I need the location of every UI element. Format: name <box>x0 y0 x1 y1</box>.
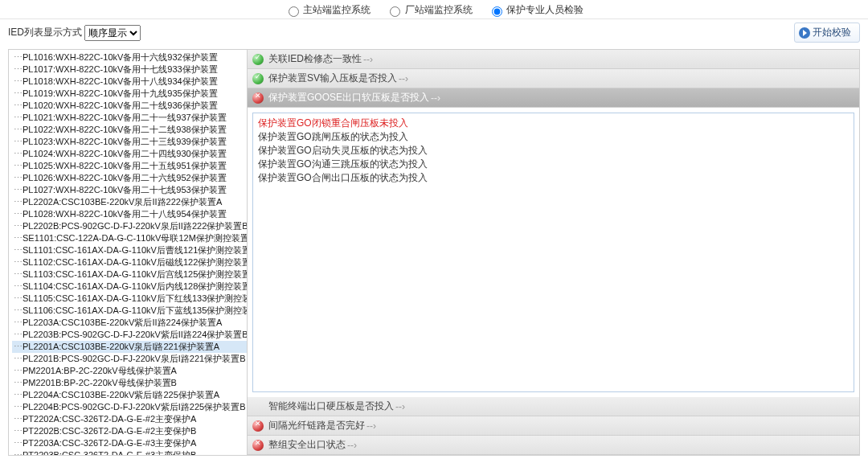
section-title: 关联IED检修态一致性 <box>268 52 362 66</box>
radio-opt1-input[interactable] <box>289 6 299 17</box>
display-mode-select[interactable]: 顺序显示 <box>84 25 141 41</box>
detail-line: 保护装置GO闭锁重合闸压板未投入 <box>258 117 849 130</box>
ied-tree-item[interactable]: SL1101:CSC-161AX-DA-G-110kV后曹线121保护测控装置 <box>12 244 247 256</box>
ied-tree-item[interactable]: PT2203A:CSC-326T2-DA-G-E-#3主变保护A <box>12 437 247 449</box>
check-ok-icon <box>252 73 264 84</box>
radio-opt2-label: 厂站端监控系统 <box>405 4 473 15</box>
ied-tree-item[interactable]: PL1019:WXH-822C-10kV备用十九线935保护装置 <box>12 88 247 100</box>
ied-tree-item[interactable]: SL1106:CSC-161AX-DA-G-110kV后下蓝线135保护测控装置 <box>12 305 247 317</box>
section-title: 保护装置GOOSE出口软压板是否投入 <box>268 91 429 104</box>
radio-opt1[interactable]: 主站端监控系统 <box>285 4 374 15</box>
ied-tree-item[interactable]: PL2203A:CSC103BE-220kV紫后II路224保护装置A <box>12 317 247 329</box>
ied-tree-item[interactable]: PT2202A:CSC-326T2-DA-G-E-#2主变保护A <box>12 413 247 425</box>
check-fail-icon <box>252 420 264 432</box>
start-verify-button[interactable]: 开始校验 <box>794 23 860 43</box>
ied-tree-item[interactable]: SL1104:CSC-161AX-DA-G-110kV后内线128保护测控装置 <box>12 281 247 293</box>
main-area: PL1016:WXH-822C-10kV备用十六线932保护装置PL1017:W… <box>8 49 860 456</box>
ied-tree-item[interactable]: PL1020:WXH-822C-10kV备用二十线936保护装置 <box>12 100 247 112</box>
expand-arrow-icon: --› <box>363 54 373 65</box>
check-fail-icon <box>252 92 264 104</box>
ied-tree-item[interactable]: PM2201A:BP-2C-220kV母线保护装置A <box>12 365 247 377</box>
ied-tree-item[interactable]: PL2203B:PCS-902GC-D-FJ-220kV紫后II路224保护装置… <box>12 329 247 341</box>
ied-tree-item[interactable]: PL1017:WXH-822C-10kV备用十七线933保护装置 <box>12 64 247 76</box>
ied-tree-item[interactable]: SL1102:CSC-161AX-DA-G-110kV后磁线122保护测控装置 <box>12 256 247 268</box>
detail-panel: 保护装置GO闭锁重合闸压板未投入保护装置GO跳闸压板的状态为投入保护装置GO启动… <box>252 113 854 392</box>
radio-opt2-input[interactable] <box>390 6 400 17</box>
ied-tree-item[interactable]: PT2202B:CSC-326T2-DA-G-E-#2主变保护B <box>12 425 247 437</box>
section-title: 智能终端出口硬压板是否投入 <box>268 399 394 413</box>
section-title: 间隔光纤链路是否完好 <box>268 419 365 432</box>
start-verify-label: 开始校验 <box>813 27 851 38</box>
detail-line: 保护装置GO跳闸压板的状态为投入 <box>258 130 849 144</box>
detail-line: 保护装置GO启动失灵压板的状态为投入 <box>258 144 849 158</box>
display-mode-label: IED列表显示方式 <box>8 26 82 39</box>
ied-tree-pane: PL1016:WXH-822C-10kV备用十六线932保护装置PL1017:W… <box>9 50 248 455</box>
section-related-ied[interactable]: 关联IED检修态一致性 --› <box>248 50 859 69</box>
section-fiber-link[interactable]: 间隔光纤链路是否完好 --› <box>248 416 859 436</box>
radio-opt3[interactable]: 保护专业人员检验 <box>488 4 583 15</box>
ied-tree-scroll[interactable]: PL1016:WXH-822C-10kV备用十六线932保护装置PL1017:W… <box>9 50 247 455</box>
detail-line: 保护装置GO沟通三跳压板的状态为投入 <box>258 158 849 171</box>
radio-opt3-label: 保护专业人员检验 <box>506 4 583 15</box>
expand-arrow-icon: --› <box>431 92 440 104</box>
ied-tree-item[interactable]: PL2201B:PCS-902GC-D-FJ-220kV泉后I路221保护装置B <box>12 353 247 365</box>
ied-tree-item[interactable]: PL1024:WXH-822C-10kV备用二十四线930保护装置 <box>12 148 247 160</box>
ied-tree-item[interactable]: PL1022:WXH-822C-10kV备用二十二线938保护装置 <box>12 124 247 136</box>
ied-tree-item[interactable]: SE1101:CSC-122A-DA-G-C-110kV母联12M保护测控装置 <box>12 232 247 244</box>
section-sv-input[interactable]: 保护装置SV输入压板是否投入 --› <box>248 69 859 88</box>
ied-tree-item[interactable]: PL1021:WXH-822C-10kV备用二十一线937保护装置 <box>12 112 247 124</box>
ied-tree-item[interactable]: PL1026:WXH-822C-10kV备用二十六线952保护装置 <box>12 172 247 184</box>
expand-arrow-icon: --› <box>366 420 376 432</box>
check-fail-icon <box>252 440 264 451</box>
ied-tree-item[interactable]: SL1103:CSC-161AX-DA-G-110kV后宫线125保护测控装置 <box>12 268 247 281</box>
radio-opt3-input[interactable] <box>492 6 502 17</box>
check-ok-icon <box>252 54 264 65</box>
result-pane: 关联IED检修态一致性 --› 保护装置SV输入压板是否投入 --› 保护装置G… <box>248 50 859 455</box>
detail-line: 保护装置GO合闸出口压板的状态为投入 <box>258 171 849 185</box>
system-selector: 主站端监控系统 厂站端监控系统 保护专业人员检验 <box>0 0 868 19</box>
ied-tree-item[interactable]: PL2204A:CSC103BE-220kV紫后I路225保护装置A <box>12 389 247 401</box>
ied-tree-list: PL1016:WXH-822C-10kV备用十六线932保护装置PL1017:W… <box>9 50 247 455</box>
ied-tree-item[interactable]: PM2201B:BP-2C-220kV母线保护装置B <box>12 377 247 389</box>
toolbar: IED列表显示方式 顺序显示 开始校验 <box>0 19 868 46</box>
ied-tree-item[interactable]: PL1016:WXH-822C-10kV备用十六线932保护装置 <box>12 51 247 64</box>
section-hard-plate[interactable]: 智能终端出口硬压板是否投入 --› <box>248 397 859 416</box>
play-icon <box>799 27 810 39</box>
expand-arrow-icon: --› <box>395 401 405 412</box>
ied-tree-item[interactable]: PL2202A:CSC103BE-220kV泉后II路222保护装置A <box>12 196 247 208</box>
ied-tree-item[interactable]: SL1105:CSC-161AX-DA-G-110kV后下红线133保护测控装置 <box>12 293 247 305</box>
ied-tree-item[interactable]: PL2204B:PCS-902GC-D-FJ-220kV紫后I路225保护装置B <box>12 401 247 413</box>
ied-tree-item[interactable]: PL1028:WXH-822C-10kV备用二十八线954保护装置 <box>12 208 247 220</box>
radio-opt2[interactable]: 厂站端监控系统 <box>386 4 475 15</box>
ied-tree-item[interactable]: PL1027:WXH-822C-10kV备用二十七线953保护装置 <box>12 184 247 196</box>
ied-tree-item[interactable]: PL2202B:PCS-902GC-D-FJ-220kV泉后II路222保护装置… <box>12 220 247 232</box>
section-title: 保护装置SV输入压板是否投入 <box>268 72 397 85</box>
section-title: 整组安全出口状态 <box>268 438 346 452</box>
ied-tree-item[interactable]: PL1018:WXH-822C-10kV备用十八线934保护装置 <box>12 76 247 88</box>
radio-opt1-label: 主站端监控系统 <box>303 4 371 15</box>
ied-tree-item[interactable]: PL2201A:CSC103BE-220kV泉后I路221保护装置A <box>12 341 247 353</box>
section-safe-output[interactable]: 整组安全出口状态 --› <box>248 436 859 455</box>
expand-arrow-icon: --› <box>347 440 357 451</box>
ied-tree-item[interactable]: PL1023:WXH-822C-10kV备用二十三线939保护装置 <box>12 136 247 148</box>
section-goose-out[interactable]: 保护装置GOOSE出口软压板是否投入 --› <box>248 88 859 108</box>
ied-tree-item[interactable]: PL1025:WXH-822C-10kV备用二十五线951保护装置 <box>12 160 247 172</box>
expand-arrow-icon: --› <box>399 73 408 84</box>
ied-tree-item[interactable]: PT2203B:CSC-326T2-DA-G-E-#3主变保护B <box>12 449 247 455</box>
